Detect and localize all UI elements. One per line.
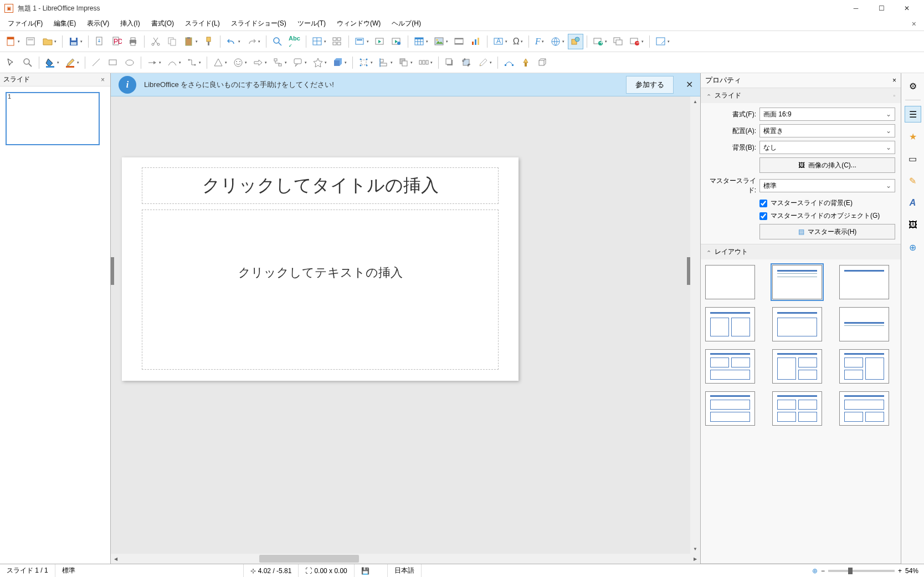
background-combo[interactable]: なし [759, 141, 895, 154]
stars-button[interactable] [310, 55, 329, 70]
layout-title-2content[interactable] [705, 307, 755, 341]
orientation-combo[interactable]: 横置き [759, 124, 895, 137]
document-close-button[interactable]: × [906, 17, 922, 30]
master-view-button[interactable]: ▤マスター表示(H) [759, 224, 895, 239]
close-button[interactable]: ✕ [894, 0, 920, 17]
print-button[interactable] [125, 34, 141, 49]
undo-button[interactable] [224, 34, 243, 49]
insert-av-button[interactable] [451, 34, 467, 49]
export-pdf-button[interactable]: PDF [109, 34, 124, 49]
layout-1-2[interactable] [772, 349, 822, 384]
menu-help[interactable]: ヘルプ(H) [386, 17, 427, 30]
zoom-value[interactable]: 54% [905, 567, 918, 575]
layout-blank[interactable] [705, 265, 755, 299]
insert-table-button[interactable] [412, 34, 430, 49]
export-button[interactable] [92, 34, 107, 49]
tab-gallery[interactable]: 🖼 [905, 217, 921, 233]
zoom-tool[interactable] [20, 55, 35, 70]
layout-4content[interactable] [772, 391, 822, 426]
filter-button[interactable] [475, 55, 494, 70]
basic-shapes-button[interactable] [211, 55, 229, 70]
layout-title-content[interactable] [772, 265, 822, 299]
templates-button[interactable] [23, 34, 39, 49]
slide-thumbnail-1[interactable]: 1 [6, 92, 100, 145]
body-placeholder[interactable]: クリックしてテキストの挿入 [142, 210, 499, 370]
tab-properties[interactable]: ☰ [905, 106, 921, 122]
start-current-button[interactable] [389, 34, 404, 49]
menu-format[interactable]: 書式(O) [146, 17, 179, 30]
open-button[interactable] [40, 34, 59, 49]
curves-button[interactable] [165, 55, 183, 70]
horizontal-scrollbar[interactable]: ◀▶ [111, 554, 700, 564]
rotate-button[interactable] [356, 55, 375, 70]
flowchart-button[interactable] [270, 55, 289, 70]
menu-tools[interactable]: ツール(T) [292, 17, 331, 30]
menu-slideshow[interactable]: スライドショー(S) [225, 17, 292, 30]
paste-button[interactable] [181, 34, 200, 49]
properties-close[interactable]: × [892, 76, 896, 84]
slide-layout-button[interactable] [653, 34, 672, 49]
block-arrows-button[interactable] [250, 55, 269, 70]
gluepoints-button[interactable] [518, 55, 533, 70]
select-tool[interactable] [3, 55, 19, 70]
collapse-right-marker[interactable] [687, 257, 690, 285]
master-slide-combo[interactable]: 標準 [759, 179, 895, 192]
cut-button[interactable] [148, 34, 163, 49]
delete-slide-button[interactable]: − [627, 34, 646, 49]
layout-content[interactable] [772, 307, 822, 341]
sidebar-settings-button[interactable]: ⚙ [905, 78, 921, 94]
save-button[interactable] [66, 34, 85, 49]
spellcheck-button[interactable]: Abc✓ [286, 34, 302, 49]
minimize-button[interactable]: ─ [843, 0, 869, 17]
collapse-left-marker[interactable] [111, 257, 114, 285]
new-slide-button[interactable]: + [591, 34, 609, 49]
layout-title-only[interactable] [839, 265, 889, 299]
clone-format-button[interactable] [201, 34, 217, 49]
fill-color-button[interactable] [43, 55, 61, 70]
master-obj-checkbox[interactable] [759, 212, 767, 220]
status-slide-count[interactable]: スライド 1 / 1 [0, 564, 55, 577]
format-combo[interactable]: 画面 16:9 [759, 108, 895, 121]
shadow-button[interactable] [442, 55, 458, 70]
tab-animation[interactable]: ▭ [905, 150, 921, 167]
slide-canvas[interactable]: クリックしてタイトルの挿入 クリックしてテキストの挿入 [111, 96, 690, 554]
start-begin-button[interactable] [372, 34, 388, 49]
redo-button[interactable] [244, 34, 263, 49]
zoom-in-button[interactable]: + [898, 567, 902, 575]
tab-slide-transition[interactable]: ★ [905, 128, 921, 145]
status-language[interactable]: 日本語 [388, 564, 422, 577]
zoom-out-button[interactable]: − [821, 567, 825, 575]
duplicate-slide-button[interactable] [610, 34, 626, 49]
ellipse-tool[interactable] [122, 55, 137, 70]
display-views-button[interactable] [330, 34, 345, 49]
insert-special-char-button[interactable]: Ω [511, 34, 525, 49]
insert-textbox-button[interactable]: A [491, 34, 510, 49]
tab-styles[interactable]: A [905, 195, 921, 211]
section-slide-header[interactable]: スライド▫ [701, 88, 901, 103]
layout-2-1[interactable] [839, 349, 889, 384]
menu-file[interactable]: ファイル(F) [2, 17, 48, 30]
menu-window[interactable]: ウィンドウ(W) [331, 17, 386, 30]
tab-master-slides[interactable]: ✎ [905, 172, 921, 189]
layout-6content[interactable] [839, 391, 889, 426]
info-join-button[interactable]: 参加する [626, 76, 674, 94]
distribute-button[interactable] [416, 55, 435, 70]
menu-edit[interactable]: 編集(E) [48, 17, 81, 30]
insert-hyperlink-button[interactable] [548, 34, 567, 49]
insert-fontwork-button[interactable]: F [532, 34, 547, 49]
fit-page-icon[interactable]: ⊕ [812, 567, 818, 575]
line-tool[interactable] [89, 55, 104, 70]
slide-page[interactable]: クリックしてタイトルの挿入 クリックしてテキストの挿入 [122, 157, 519, 381]
symbol-shapes-button[interactable] [230, 55, 249, 70]
status-template[interactable]: 標準 [55, 564, 244, 577]
lines-arrows-button[interactable] [145, 55, 163, 70]
layout-centered[interactable] [839, 307, 889, 341]
new-button[interactable] [3, 34, 22, 49]
insert-image-button[interactable] [432, 34, 450, 49]
layout-top-bottom[interactable] [705, 391, 755, 426]
maximize-button[interactable]: ☐ [869, 0, 894, 17]
find-button[interactable] [270, 34, 285, 49]
align-objects-button[interactable] [376, 55, 395, 70]
show-draw-func-button[interactable] [568, 34, 583, 49]
menu-insert[interactable]: 挿入(I) [115, 17, 145, 30]
